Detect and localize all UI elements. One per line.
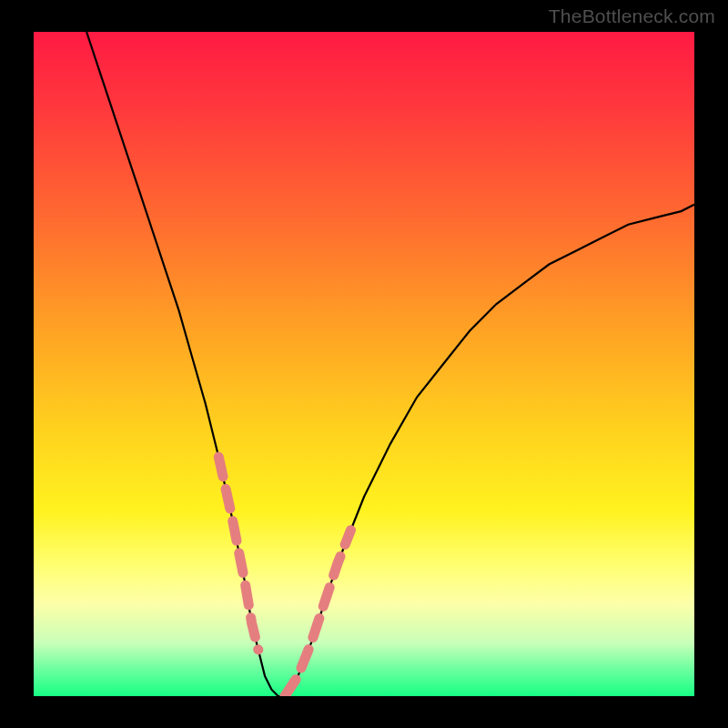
dashed-overlay-left xyxy=(218,457,258,650)
bottleneck-curve xyxy=(86,32,694,696)
bottleneck-curve-svg xyxy=(34,32,694,696)
dashed-overlay-right xyxy=(285,531,351,697)
watermark-text: TheBottleneck.com xyxy=(549,5,715,27)
chart-frame: TheBottleneck.com xyxy=(0,0,728,728)
plot-area xyxy=(34,32,694,696)
